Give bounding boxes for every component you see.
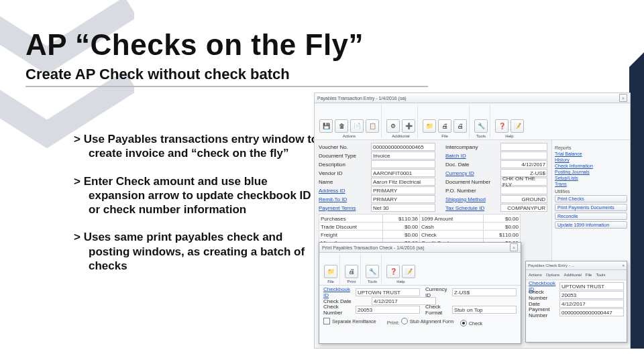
ribbon-group: 🖨Print	[343, 254, 361, 284]
dialog-row: Check Number20053Check FormatStub on Top	[323, 306, 517, 314]
side-button[interactable]: Update 1099 Information	[555, 221, 627, 229]
field-value[interactable]: Z-US$	[452, 288, 517, 296]
mini-tab[interactable]: Actions	[529, 273, 542, 277]
field-value[interactable]: 4/12/2017	[559, 300, 624, 308]
field-value[interactable]: CHK ON THE FLY	[500, 178, 547, 186]
field-label[interactable]: Payment Terms	[319, 205, 371, 211]
print-label: Print:	[387, 320, 400, 326]
radio-option[interactable]: Stub Alignment Form	[401, 318, 453, 324]
bullet-item: Use Payables transactions entry window t…	[74, 132, 322, 161]
mini-tab[interactable]: Additional	[564, 273, 581, 277]
field-label: Document Number	[445, 179, 500, 185]
additional-icon[interactable]: ➕	[402, 119, 415, 133]
save-icon[interactable]: 💾	[319, 119, 333, 133]
note-icon[interactable]: 📝	[511, 119, 524, 133]
close-icon[interactable]: ×	[510, 243, 518, 251]
print-icon[interactable]: 🖨	[345, 265, 358, 278]
void-icon[interactable]: 📋	[366, 119, 379, 133]
field-label: Check Format	[425, 304, 452, 316]
field-value[interactable]: Stub on Top	[452, 306, 517, 314]
mini-toolbar: ActionsOptionsAdditionalFileTools	[526, 270, 627, 280]
field-value[interactable]: Invoice	[371, 152, 435, 160]
tools-icon[interactable]: 🔧	[474, 119, 488, 133]
mini-title: Payables Check Entry - ...	[528, 263, 574, 267]
field-value[interactable]: UPTOWN TRUST	[356, 288, 420, 296]
close-icon[interactable]: ×	[619, 94, 627, 102]
print-check-dialog: Print Payables Transaction Check - 1/4/2…	[319, 242, 521, 344]
side-button[interactable]: Print Checks	[555, 195, 627, 202]
field-label[interactable]: Remit-To ID	[319, 196, 371, 202]
mini-tab[interactable]: File	[586, 273, 592, 277]
side-link[interactable]: Check Information	[555, 164, 627, 168]
field-label[interactable]: Tax Schedule ID	[445, 205, 500, 211]
field-value[interactable]	[500, 143, 547, 151]
field-label[interactable]: Batch ID	[445, 153, 500, 159]
form-row: Document TypeInvoiceBatch ID	[319, 152, 547, 160]
ribbon-group-label: Actions	[343, 134, 356, 138]
side-link[interactable]: Posting Journals	[555, 170, 627, 174]
side-link[interactable]: History	[555, 158, 627, 162]
field-value[interactable]: PRIMARY	[371, 195, 435, 203]
radio-option[interactable]: Check	[460, 320, 482, 326]
ribbon-group-label: Tools	[476, 134, 486, 138]
ribbon-group-label: File	[327, 280, 334, 284]
field-value[interactable]: Aaron Fitz Electrical	[371, 178, 435, 186]
form-row: Remit-To IDPRIMARYShipping MethodGROUND	[319, 195, 547, 203]
mini-row: Check Number20053	[529, 291, 624, 299]
mini-titlebar: Payables Check Entry - ... ×	[526, 261, 627, 270]
dialog-ribbon: 📁File🖨Print🔧Tools❓📝Help	[319, 253, 521, 286]
side-button[interactable]: Reconcile	[555, 213, 627, 220]
side-button[interactable]: Print Payments Documents	[555, 204, 627, 211]
tools-icon[interactable]: 🔧	[366, 265, 379, 278]
note-icon[interactable]: 📝	[402, 265, 415, 278]
field-label[interactable]: Shipping Method	[445, 196, 500, 202]
field-value[interactable]: GROUND	[500, 195, 547, 203]
field-value[interactable]: 4/12/2017	[500, 160, 547, 168]
side-link[interactable]: Setup/Lists	[555, 176, 627, 180]
post-icon[interactable]: 📄	[350, 119, 364, 133]
bullet-list: Use Payables transactions entry window t…	[47, 132, 322, 286]
field-value[interactable]: UPTOWN TRUST	[559, 282, 624, 290]
field-value[interactable]	[500, 152, 547, 160]
ribbon-group: 📁🖨🖨File	[421, 105, 470, 138]
options-icon[interactable]: ⚙	[386, 119, 400, 133]
ribbon-group: 📁File	[322, 254, 340, 284]
ribbon-group: ⚙➕Additional	[384, 105, 418, 138]
field-label: Doc. Date	[445, 162, 500, 168]
field-value[interactable]: 00000000000000465	[371, 143, 435, 151]
slide: AP “Checks on the Fly” Create AP Check w…	[0, 0, 644, 362]
field-value[interactable]: Net 30	[371, 204, 435, 212]
field-value[interactable]: COMPANYPUR	[500, 204, 547, 212]
delete-icon[interactable]: 🗑	[335, 119, 348, 133]
side-link[interactable]: Trans	[555, 182, 627, 186]
print-icon[interactable]: 🖨	[438, 119, 451, 133]
help-icon[interactable]: ❓	[386, 265, 400, 278]
field-label[interactable]: Currency ID	[445, 170, 500, 176]
mini-tab[interactable]: Options	[546, 273, 560, 277]
field-value[interactable]	[500, 186, 547, 194]
field-value[interactable]: PRIMARY	[371, 186, 435, 194]
bullet-item: Enter Check amount and use blue expansio…	[74, 174, 322, 217]
file-icon[interactable]: 📁	[324, 265, 337, 278]
field-label[interactable]: Checkbook ID	[323, 286, 356, 298]
field-value[interactable]	[371, 160, 435, 168]
close-icon[interactable]: ×	[622, 263, 625, 267]
field-value[interactable]: 20053	[356, 306, 420, 314]
file-icon[interactable]: 📁	[423, 119, 436, 133]
slide-subtitle: Create AP Check without check batch	[25, 66, 290, 83]
field-value[interactable]: 20053	[559, 291, 624, 299]
bullet-item: Uses same print payables check and posti…	[74, 230, 322, 273]
print-icon[interactable]: 🖨	[453, 119, 467, 133]
window-title: Payables Transaction Entry - 1/4/2016 (s…	[317, 96, 407, 101]
field-label[interactable]: Address ID	[319, 188, 371, 194]
field-value[interactable]: AARONFIT0001	[371, 169, 435, 177]
dialog-row: Checkbook IDUPTOWN TRUSTCurrency IDZ-US$	[323, 288, 517, 296]
checkbox-option[interactable]: Separate Remittance	[323, 318, 376, 324]
help-icon[interactable]: ❓	[495, 119, 508, 133]
ribbon-group-label: Tools	[368, 280, 377, 284]
side-link[interactable]: Trial Balance	[555, 152, 627, 156]
ribbon-group-label: File	[441, 134, 448, 138]
mini-tab[interactable]: Tools	[596, 273, 605, 277]
field-value[interactable]: 00000000000000447	[559, 308, 624, 316]
side-panel: ReportsTrial BalanceHistoryCheck Informa…	[551, 140, 630, 265]
